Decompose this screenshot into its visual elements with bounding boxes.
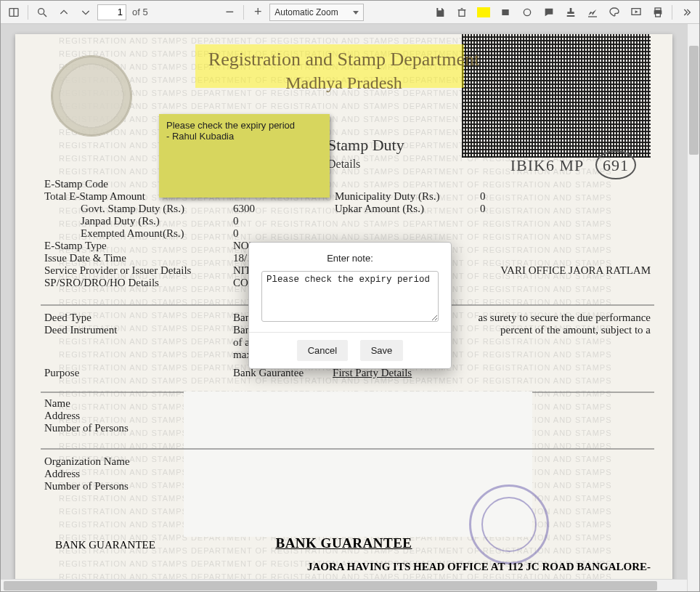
page-number-input[interactable] xyxy=(97,4,126,20)
document-header: Registration and Stamp Department Madhya… xyxy=(15,49,672,93)
handwritten-circled: 691 xyxy=(595,150,636,179)
svg-marker-12 xyxy=(635,10,638,13)
doc-text: as surety to secure the due performance xyxy=(479,312,651,324)
more-tools-button[interactable] xyxy=(676,3,696,22)
sticky-note-author: - Rahul Kubadia xyxy=(166,131,322,142)
zoom-select[interactable]: Automatic Zoom xyxy=(269,4,364,21)
document-viewport[interactable]: REGISTRATION AND STAMPS DEPARTMENT OF RE… xyxy=(1,24,699,591)
page-total-label: of 5 xyxy=(132,7,148,17)
separator xyxy=(28,5,28,20)
svg-rect-5 xyxy=(459,9,465,16)
header-line1: Registration and Stamp Department xyxy=(15,49,672,70)
field-value: 0 xyxy=(233,227,335,240)
scrollbar-thumb[interactable] xyxy=(689,46,699,155)
svg-rect-13 xyxy=(655,8,661,10)
handwritten-text: IBIK6 MP xyxy=(510,156,584,174)
field-label: Purpose xyxy=(44,367,233,379)
sign-tool-button[interactable] xyxy=(582,3,603,22)
field-label: Upkar Amount (Rs.) xyxy=(335,203,480,215)
field-block: Organization Name Address Number of Pers… xyxy=(44,455,651,492)
rectangle-tool-button[interactable] xyxy=(495,3,516,22)
field-label: Address xyxy=(44,468,233,480)
page-down-button[interactable] xyxy=(76,3,96,22)
field-label: Service Provider or Issuer Details xyxy=(44,264,233,277)
header-line2: Madhya Pradesh xyxy=(15,73,672,93)
round-stamp-icon xyxy=(469,484,549,564)
color-picker-button[interactable] xyxy=(604,3,624,22)
svg-rect-8 xyxy=(502,9,508,15)
field-label: Number of Persons xyxy=(44,422,233,434)
zoom-out-button[interactable]: − xyxy=(219,3,240,22)
enter-note-dialog: Enter note: Cancel Save xyxy=(248,242,452,369)
field-label: Name xyxy=(44,397,233,410)
field-label: Number of Persons xyxy=(44,480,233,492)
field-label: Municipality Duty (Rs.) xyxy=(335,190,480,203)
pdf-viewer-app: of 5 − + Automatic Zoom xyxy=(0,0,700,592)
horizontal-scrollbar[interactable] xyxy=(1,579,687,591)
svg-rect-15 xyxy=(656,13,661,17)
stamp-tool-button[interactable] xyxy=(561,3,581,22)
svg-point-2 xyxy=(38,8,44,14)
cancel-button[interactable]: Cancel xyxy=(297,340,348,361)
circle-tool-button[interactable] xyxy=(517,3,537,22)
field-value: 0 xyxy=(480,190,486,203)
field-label: Janpad Duty (Rs.) xyxy=(44,215,233,227)
zoom-select-label: Automatic Zoom xyxy=(274,7,338,17)
section-subtitle: Details xyxy=(327,158,360,171)
bank-guarantee-heading: BANK GUARANTEE xyxy=(275,535,412,551)
scrollbar-thumb[interactable] xyxy=(4,581,657,591)
field-label: Organization Name xyxy=(44,455,233,468)
dialog-button-bar: Cancel Save xyxy=(249,332,451,368)
delete-button[interactable] xyxy=(452,3,472,22)
highlight-swatch-icon xyxy=(477,7,490,17)
field-value: VARI OFFICE JAORA RATLAM xyxy=(500,264,651,277)
present-button[interactable] xyxy=(626,3,646,22)
save-button[interactable] xyxy=(430,3,450,22)
field-value: 0 xyxy=(480,203,486,215)
zoom-in-button[interactable]: + xyxy=(248,3,268,22)
highlight-tool-button[interactable] xyxy=(473,3,494,22)
field-label: Deed Type xyxy=(44,312,233,324)
separator xyxy=(243,5,244,20)
search-button[interactable] xyxy=(32,3,52,22)
sticky-note-line: Please check the expiry period xyxy=(166,120,322,131)
field-label: Exempted Amount(Rs.) xyxy=(44,227,233,240)
footer-text: JAORA HAVING ITS HEAD OFFICE AT 112 JC R… xyxy=(15,561,651,573)
page-up-button[interactable] xyxy=(54,3,74,22)
field-label: Deed Instrument xyxy=(44,324,233,336)
toolbar: of 5 − + Automatic Zoom xyxy=(1,1,699,24)
sidebar-toggle-button[interactable] xyxy=(4,3,24,22)
field-block: Name Address Number of Persons xyxy=(44,397,651,434)
doc-text: percent of the amount, subject to a xyxy=(500,324,651,336)
field-label: Issue Date & Time xyxy=(44,252,233,264)
handwritten-annotation: IBIK6 MP 691 xyxy=(510,150,636,179)
svg-point-9 xyxy=(524,9,530,15)
save-button[interactable]: Save xyxy=(360,340,404,361)
section-title: Stamp Duty xyxy=(327,136,404,155)
dialog-title: Enter note: xyxy=(249,243,451,271)
field-value: 6300 xyxy=(233,203,335,215)
sticky-note-annotation[interactable]: Please check the expiry period - Rahul K… xyxy=(159,114,330,198)
svg-line-3 xyxy=(44,14,46,17)
field-label: Address xyxy=(44,410,233,422)
field-value: 0 xyxy=(233,215,335,227)
vertical-scrollbar[interactable] xyxy=(687,24,699,591)
field-label: E-Stamp Type xyxy=(44,240,233,252)
note-tool-button[interactable] xyxy=(539,3,559,22)
print-button[interactable] xyxy=(648,3,668,22)
rule-line xyxy=(41,448,654,450)
svg-rect-10 xyxy=(567,15,575,17)
field-label: SP/SRO/DRO/HO Details xyxy=(44,277,233,289)
svg-rect-4 xyxy=(438,8,441,10)
separator xyxy=(672,5,672,20)
note-textarea[interactable] xyxy=(261,271,439,322)
field-label: Govt. Stamp Duty (Rs.) xyxy=(44,203,233,215)
